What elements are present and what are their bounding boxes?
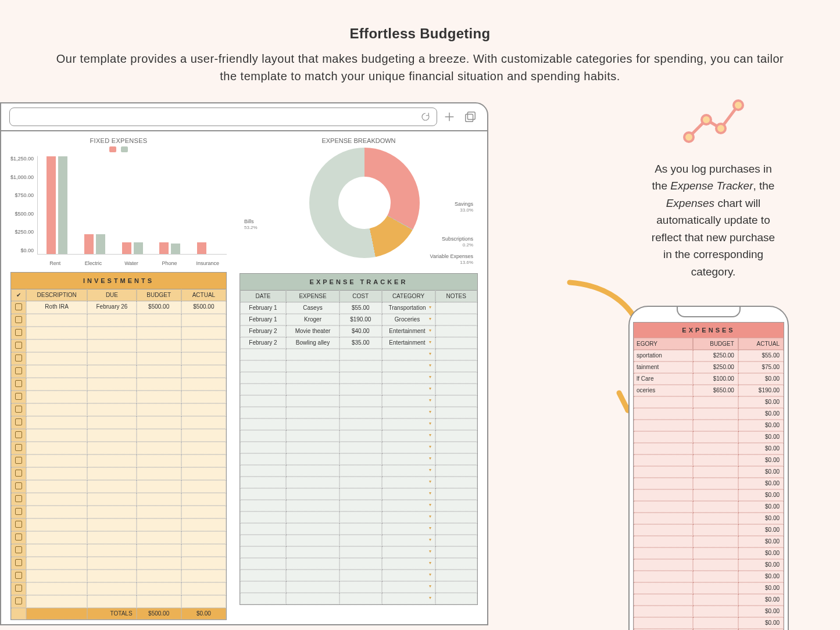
table-row[interactable]: oceries$650.00$190.00 [634,385,784,396]
table-row[interactable]: ▾ [240,535,477,546]
table-row[interactable]: $0.00 [634,571,784,582]
table-row[interactable]: ▾ [240,453,477,465]
table-row[interactable]: ▾ [240,430,477,442]
table-row[interactable]: $0.00 [634,617,784,629]
checkbox-icon[interactable] [15,495,22,502]
table-row[interactable]: ▾ [240,372,477,384]
table-row[interactable]: $0.00 [634,431,784,443]
table-row[interactable]: ▾ [240,488,477,500]
table-row[interactable]: ▾ [240,511,477,523]
table-row[interactable] [11,314,226,327]
table-row[interactable] [11,391,226,403]
table-row[interactable] [11,531,226,544]
chevron-down-icon[interactable]: ▾ [429,421,431,426]
table-row[interactable] [11,327,226,339]
chevron-down-icon[interactable]: ▾ [429,374,431,380]
checkbox-icon[interactable] [15,316,22,323]
table-row[interactable]: ▾ [240,593,477,604]
reload-icon[interactable] [420,112,431,122]
chevron-down-icon[interactable]: ▾ [429,595,431,600]
table-row[interactable]: $0.00 [634,408,784,420]
checkbox-icon[interactable] [15,546,22,553]
checkbox-icon[interactable] [15,585,22,592]
checkbox-icon[interactable] [15,521,22,528]
table-row[interactable] [11,557,226,570]
table-row[interactable]: ▾ [240,581,477,593]
chevron-down-icon[interactable]: ▾ [429,537,431,542]
table-row[interactable] [11,378,226,391]
table-row[interactable]: $0.00 [634,547,784,559]
table-row[interactable]: ▾ [240,558,477,570]
table-row[interactable]: ▾ [240,465,477,477]
table-row[interactable] [11,339,226,352]
table-row[interactable]: lf Care$100.00$0.00 [634,373,784,385]
table-row[interactable]: $0.00 [634,594,784,606]
table-row[interactable]: February 1Caseys$55.00Transportation▾ [240,302,477,314]
checkbox-icon[interactable] [15,572,22,579]
table-row[interactable]: ▾ [240,360,477,372]
table-row[interactable]: $0.00 [634,466,784,478]
checkbox-icon[interactable] [15,393,22,400]
chevron-down-icon[interactable]: ▾ [429,363,431,368]
table-row[interactable]: $0.00 [634,606,784,617]
table-row[interactable] [11,416,226,429]
chevron-down-icon[interactable]: ▾ [429,560,431,565]
table-row[interactable]: $0.00 [634,443,784,454]
table-row[interactable] [11,442,226,454]
chevron-down-icon[interactable]: ▾ [429,572,431,577]
table-row[interactable]: ▾ [240,442,477,453]
tabs-icon[interactable] [464,110,477,123]
chevron-down-icon[interactable]: ▾ [429,549,431,554]
checkbox-icon[interactable] [15,559,22,566]
table-row[interactable]: $0.00 [634,478,784,489]
new-tab-icon[interactable] [443,110,456,123]
chevron-down-icon[interactable]: ▾ [429,514,431,519]
checkbox-icon[interactable] [15,303,22,310]
table-row[interactable]: sportation$250.00$55.00 [634,350,784,361]
table-row[interactable]: February 1Kroger$190.00Groceries▾ [240,314,477,325]
table-row[interactable]: $0.00 [634,396,784,408]
checkbox-icon[interactable] [15,355,22,361]
table-row[interactable]: ▾ [240,546,477,558]
table-row[interactable] [11,467,226,480]
checkbox-icon[interactable] [15,470,22,477]
table-row[interactable] [11,480,226,493]
chevron-down-icon[interactable]: ▾ [429,456,431,461]
table-row[interactable]: ▾ [240,384,477,395]
chevron-down-icon[interactable]: ▾ [429,444,431,449]
table-row[interactable]: ▾ [240,407,477,418]
chevron-down-icon[interactable]: ▾ [429,409,431,414]
chevron-down-icon[interactable]: ▾ [429,525,431,531]
table-row[interactable] [11,506,226,518]
table-row[interactable]: $0.00 [634,513,784,524]
checkbox-icon[interactable] [15,431,22,438]
checkbox-icon[interactable] [15,329,22,336]
table-row[interactable]: ▾ [240,349,477,360]
table-row[interactable]: $0.00 [634,489,784,501]
url-bar[interactable] [9,108,437,126]
checkbox-icon[interactable] [15,444,22,451]
table-row[interactable] [11,595,226,608]
chevron-down-icon[interactable]: ▾ [429,351,431,356]
table-row[interactable] [11,570,226,582]
table-row[interactable]: February 2Bowling alley$35.00Entertainme… [240,337,477,349]
checkbox-icon[interactable] [15,342,22,349]
table-row[interactable] [11,493,226,506]
table-row[interactable] [11,544,226,557]
checkbox-icon[interactable] [15,457,22,464]
chevron-down-icon[interactable]: ▾ [429,432,431,438]
table-row[interactable] [11,582,226,595]
table-row[interactable]: $0.00 [634,420,784,431]
table-row[interactable]: $0.00 [634,454,784,466]
table-row[interactable]: $0.00 [634,559,784,571]
table-row[interactable]: Roth IRAFebruary 26$500.00$500.00 [11,301,226,314]
table-row[interactable] [11,454,226,467]
checkbox-icon[interactable] [15,406,22,413]
table-row[interactable]: $0.00 [634,501,784,513]
table-row[interactable]: ▾ [240,418,477,430]
table-row[interactable] [11,352,226,365]
table-row[interactable]: ▾ [240,500,477,511]
checkbox-icon[interactable] [15,482,22,489]
table-row[interactable]: $0.00 [634,582,784,594]
chevron-down-icon[interactable]: ▾ [429,339,431,345]
